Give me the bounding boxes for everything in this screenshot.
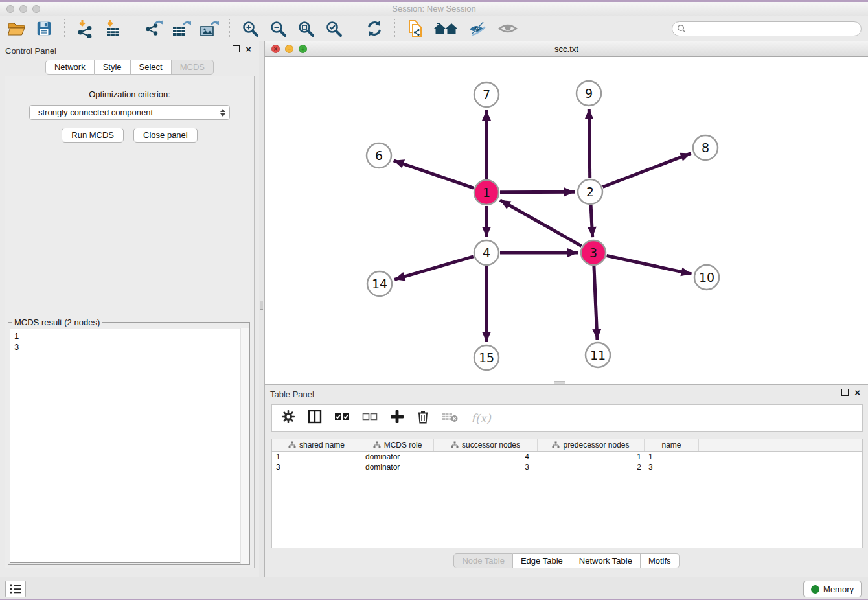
cell-shared-name[interactable]: 3 xyxy=(272,462,361,472)
cell-predecessor-nodes[interactable]: 1 xyxy=(538,452,645,462)
tab-network[interactable]: Network xyxy=(45,60,95,75)
export-network-button[interactable] xyxy=(144,19,163,38)
close-panel-button[interactable]: Close panel xyxy=(133,128,198,143)
duplicate-network-button[interactable] xyxy=(405,19,425,38)
import-network-button[interactable] xyxy=(75,19,95,38)
tab-network-table[interactable]: Network Table xyxy=(571,553,641,568)
criterion-select[interactable]: strongly connected component xyxy=(29,105,230,120)
zoom-fit-button[interactable] xyxy=(296,19,315,38)
home-view-button[interactable] xyxy=(433,19,458,38)
zoom-selected-button[interactable] xyxy=(324,19,343,38)
splitter-grip[interactable] xyxy=(260,301,263,310)
search-input[interactable] xyxy=(689,23,861,34)
graph-node-6[interactable]: 6 xyxy=(367,143,391,168)
refresh-button[interactable] xyxy=(365,19,384,38)
cell-mcds-role[interactable]: dominator xyxy=(361,452,434,462)
save-session-button[interactable] xyxy=(34,19,54,38)
select-all-rows-button[interactable] xyxy=(334,411,350,424)
tab-edge-table[interactable]: Edge Table xyxy=(513,553,571,568)
trash-icon xyxy=(417,410,429,424)
close-panel-icon[interactable]: × xyxy=(246,45,251,52)
graph-edge-3-10[interactable] xyxy=(607,255,692,273)
graph-edge-1-2[interactable] xyxy=(500,192,575,192)
optimization-criterion-label: Optimization criterion: xyxy=(5,89,254,99)
column-header-successor-nodes[interactable]: successor nodes xyxy=(434,439,538,451)
result-scrollbar[interactable] xyxy=(240,328,249,564)
column-header-shared-name[interactable]: shared name xyxy=(272,439,361,451)
columns-icon xyxy=(308,410,322,424)
hide-selected-button[interactable] xyxy=(466,19,488,38)
toggle-columns-button[interactable] xyxy=(308,410,322,426)
delete-table-icon xyxy=(442,410,459,423)
close-table-panel-icon[interactable]: × xyxy=(854,389,860,396)
graph-edge-3-1[interactable] xyxy=(500,200,582,246)
toolbar-separator xyxy=(354,19,354,38)
graph-node-2[interactable]: 2 xyxy=(578,179,602,204)
toolbar-separator xyxy=(64,19,65,38)
column-header-name[interactable]: name xyxy=(645,439,699,451)
add-column-button[interactable] xyxy=(390,410,404,426)
graph-edge-2-8[interactable] xyxy=(603,154,691,187)
export-image-button[interactable] xyxy=(200,19,219,38)
graph-node-9[interactable]: 9 xyxy=(577,81,601,106)
control-panel-tabs: Network Style Select MCDS xyxy=(0,60,259,75)
cell-predecessor-nodes[interactable]: 2 xyxy=(538,462,645,472)
run-mcds-button[interactable]: Run MCDS xyxy=(62,128,124,143)
graph-node-10[interactable]: 10 xyxy=(694,265,719,290)
network-canvas[interactable]: 7968124314101511 xyxy=(265,57,868,384)
graph-edge-3-11[interactable] xyxy=(594,266,597,340)
window-title: Session: New Session xyxy=(0,4,868,14)
graph-edge-2-3[interactable] xyxy=(591,205,593,237)
zoom-out-button[interactable] xyxy=(268,19,288,38)
memory-button[interactable]: Memory xyxy=(803,581,862,597)
graph-node-1[interactable]: 1 xyxy=(474,180,499,205)
tab-motifs[interactable]: Motifs xyxy=(641,553,680,568)
column-header-predecessor-nodes[interactable]: predecessor nodes xyxy=(538,439,645,451)
table-row[interactable]: 1 dominator 4 1 1 xyxy=(272,452,862,462)
search-box[interactable] xyxy=(672,21,862,36)
graph-node-14[interactable]: 14 xyxy=(367,271,392,296)
task-history-button[interactable] xyxy=(5,581,26,597)
open-session-button[interactable] xyxy=(6,19,26,38)
graph-edge-4-14[interactable] xyxy=(394,257,474,279)
show-all-button[interactable] xyxy=(497,19,519,38)
tab-select[interactable]: Select xyxy=(131,60,172,75)
svg-text:9: 9 xyxy=(585,86,593,100)
cell-name[interactable]: 1 xyxy=(645,452,699,462)
mcds-panel: Optimization criterion: strongly connect… xyxy=(5,76,255,568)
toolbar-separator xyxy=(394,19,395,38)
tab-node-table[interactable]: Node Table xyxy=(453,553,513,568)
column-header-mcds-role[interactable]: MCDS role xyxy=(361,439,434,451)
graph-node-7[interactable]: 7 xyxy=(474,82,499,107)
graph-edge-1-6[interactable] xyxy=(394,161,474,188)
function-builder-button[interactable]: f(x) xyxy=(471,411,491,425)
network-graph[interactable]: 7968124314101511 xyxy=(265,57,868,384)
table-row[interactable]: 3 dominator 3 2 3 xyxy=(272,462,862,472)
cell-successor-nodes[interactable]: 3 xyxy=(434,462,538,472)
cell-successor-nodes[interactable]: 4 xyxy=(434,452,538,462)
graph-node-4[interactable]: 4 xyxy=(474,240,499,265)
gear-icon xyxy=(281,410,295,424)
graph-node-3[interactable]: 3 xyxy=(581,240,606,265)
table-settings-button[interactable] xyxy=(281,410,295,426)
delete-table-button[interactable] xyxy=(442,410,459,426)
import-table-button[interactable] xyxy=(103,19,122,38)
tab-mcds[interactable]: MCDS xyxy=(172,60,214,75)
delete-column-button[interactable] xyxy=(417,410,429,426)
cell-shared-name[interactable]: 1 xyxy=(272,452,361,462)
float-panel-icon[interactable] xyxy=(233,45,240,52)
graph-edge-2-9[interactable] xyxy=(589,109,589,178)
export-table-button[interactable] xyxy=(172,19,191,38)
zoom-in-button[interactable] xyxy=(240,19,260,38)
float-table-panel-icon[interactable] xyxy=(841,389,849,396)
cell-mcds-role[interactable]: dominator xyxy=(361,462,434,472)
table-tabs: Node Table Edge Table Network Table Moti… xyxy=(265,553,868,568)
tab-style[interactable]: Style xyxy=(95,60,131,75)
eye-slash-icon xyxy=(467,20,488,37)
panel-splitter[interactable] xyxy=(259,41,264,577)
cell-name[interactable]: 3 xyxy=(645,462,699,472)
graph-node-11[interactable]: 11 xyxy=(586,343,610,367)
graph-node-15[interactable]: 15 xyxy=(474,345,499,370)
graph-node-8[interactable]: 8 xyxy=(693,135,718,160)
deselect-all-rows-button[interactable] xyxy=(362,411,378,424)
